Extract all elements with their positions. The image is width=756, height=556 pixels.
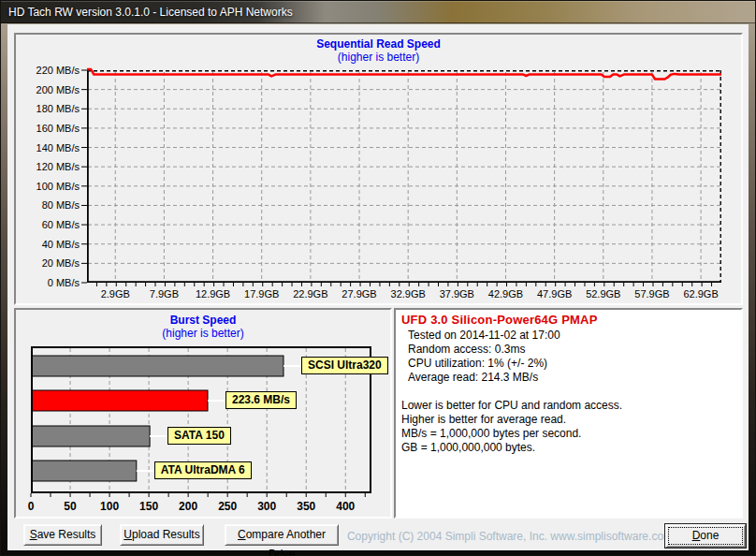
title-bar[interactable]: HD Tach RW version 3.0.1.0 - Licensed to… [1, 1, 755, 23]
bar-value-label: SCSI Ultra320 [301, 357, 388, 374]
x-tick-label: 400 [327, 500, 364, 513]
x-tick-label: 350 [287, 500, 325, 513]
burst-speed-panel: Burst Speed (higher is better) SCSI Ultr… [14, 308, 392, 519]
info-line: MB/s = 1,000,000 bytes per second. [401, 427, 735, 441]
done-button[interactable]: Done [665, 524, 746, 548]
upload-results-button[interactable]: Upload Results [120, 524, 204, 546]
x-tick-label: 57.9GB [624, 288, 680, 300]
x-tick-label: 100 [91, 500, 128, 513]
x-tick-label: 27.9GB [331, 288, 387, 300]
sequential-y-axis-labels: 220 MB/s200 MB/s180 MB/s160 MB/s140 MB/s… [16, 70, 82, 283]
y-tick-label: 220 MB/s [16, 65, 80, 76]
y-tick-label: 120 MB/s [16, 161, 80, 172]
x-tick-label: 37.9GB [429, 288, 485, 300]
window-title: HD Tach RW version 3.0.1.0 - Licensed to… [8, 6, 293, 19]
copyright-text: Copyright (C) 2004 Simpli Software, Inc.… [323, 530, 697, 543]
sequential-read-line-chart [87, 70, 721, 283]
bar-value-label: 223.6 MB/s [225, 391, 297, 409]
sequential-chart-title: Sequential Read Speed [16, 37, 741, 51]
y-tick-label: 180 MB/s [16, 103, 80, 114]
y-tick-label: 200 MB/s [16, 84, 80, 95]
info-line: GB = 1,000,000,000 bytes. [401, 441, 735, 455]
bar-value-label: ATA UltraDMA 6 [154, 461, 252, 479]
x-tick-label: 7.9GB [136, 288, 192, 300]
bar-value-label: SATA 150 [167, 427, 231, 445]
x-tick-label: 17.9GB [234, 288, 290, 300]
x-tick-label: 47.9GB [527, 288, 583, 300]
burst-chart-subtitle: (higher is better) [16, 327, 390, 340]
app-window: HD Tach RW version 3.0.1.0 - Licensed to… [0, 0, 756, 556]
y-tick-label: 80 MB/s [16, 199, 80, 211]
info-line: Tested on 2014-11-02 at 17:00 [408, 329, 735, 343]
y-tick-label: 100 MB/s [16, 181, 80, 192]
y-tick-label: 0 MB/s [16, 277, 80, 288]
compare-another-drive-button[interactable]: Compare Another Drive [225, 524, 339, 546]
sequential-chart-subtitle: (higher is better) [16, 51, 741, 64]
x-tick-label: 62.9GB [673, 288, 729, 300]
client-area: Sequential Read Speed (higher is better)… [7, 24, 749, 550]
x-tick-label: 52.9GB [575, 288, 632, 300]
drive-details: Tested on 2014-11-02 at 17:00Random acce… [401, 329, 735, 385]
info-line: Average read: 214.3 MB/s [408, 371, 735, 385]
x-tick-label: 250 [209, 500, 246, 513]
x-tick-label: 200 [169, 500, 207, 513]
x-tick-label: 50 [51, 500, 89, 513]
y-tick-label: 40 MB/s [16, 239, 80, 250]
x-tick-label: 300 [248, 500, 285, 513]
y-tick-label: 60 MB/s [16, 219, 80, 230]
info-line: Random access: 0.3ms [408, 343, 735, 357]
sequential-x-axis-labels: 2.9GB7.9GB12.9GB17.9GB22.9GB27.9GB32.9GB… [87, 288, 721, 301]
y-tick-label: 20 MB/s [16, 257, 80, 269]
burst-x-axis-labels: 050100150200250300350400 [31, 500, 371, 513]
x-tick-label: 22.9GB [283, 288, 339, 300]
sequential-read-panel: Sequential Read Speed (higher is better)… [14, 33, 743, 305]
info-notes: Lower is better for CPU and random acces… [401, 399, 735, 455]
save-results-button[interactable]: Save Results [23, 524, 102, 546]
burst-bar-labels: SCSI Ultra320223.6 MB/sSATA 150ATA Ultra… [31, 346, 371, 493]
x-tick-label: 12.9GB [185, 288, 241, 300]
burst-chart-title: Burst Speed [16, 314, 390, 327]
drive-info-panel: UFD 3.0 Silicon-Power64G PMAP Tested on … [394, 308, 743, 519]
x-tick-label: 2.9GB [87, 288, 143, 300]
x-tick-label: 32.9GB [380, 288, 436, 300]
x-tick-label: 0 [12, 500, 50, 513]
info-line: Lower is better for CPU and random acces… [401, 399, 735, 413]
done-button-frame: Done [664, 523, 747, 549]
sequential-read-plot [87, 70, 721, 283]
info-line: Higher is better for average read. [401, 413, 735, 427]
drive-name: UFD 3.0 Silicon-Power64G PMAP [401, 313, 735, 327]
y-tick-label: 140 MB/s [16, 142, 80, 154]
x-tick-label: 150 [130, 500, 167, 513]
info-line: CPU utilization: 1% (+/- 2%) [408, 357, 735, 371]
x-tick-label: 42.9GB [477, 288, 533, 300]
y-tick-label: 160 MB/s [16, 123, 80, 134]
